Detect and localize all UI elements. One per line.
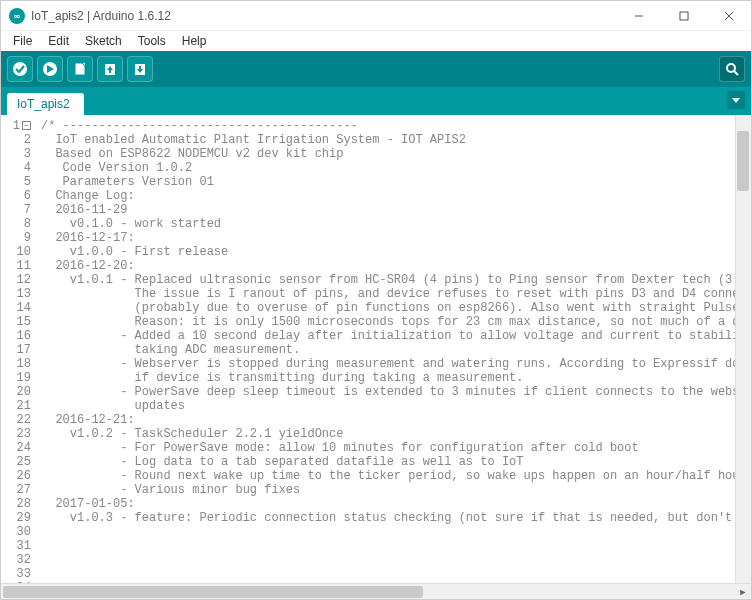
svg-rect-1 [680,12,688,20]
svg-point-12 [727,64,735,72]
line-number: 23 [1,427,31,441]
vertical-scrollbar[interactable] [735,115,751,583]
code-line[interactable]: v1.0.0 - First release [41,245,751,259]
new-button[interactable] [67,56,93,82]
line-number: 27 [1,483,31,497]
line-number: 28 [1,497,31,511]
code-line[interactable]: 2016-11-29 [41,203,751,217]
menu-tools[interactable]: Tools [130,32,174,50]
line-number: 18 [1,357,31,371]
line-number: 12 [1,273,31,287]
line-number: 20 [1,385,31,399]
line-number: 31 [1,539,31,553]
line-number: 10 [1,245,31,259]
line-number-gutter: 1−23456789101112131415161718192021222324… [1,115,37,583]
code-line[interactable]: Code Version 1.0.2 [41,161,751,175]
code-line[interactable]: - Added a 10 second delay after initiali… [41,329,751,343]
window-titlebar: ∞ IoT_apis2 | Arduino 1.6.12 [1,1,751,31]
maximize-button[interactable] [661,1,706,31]
window-title: IoT_apis2 | Arduino 1.6.12 [31,9,616,23]
menu-help[interactable]: Help [174,32,215,50]
tab-active[interactable]: IoT_apis2 [7,93,84,115]
code-line[interactable]: Change Log: [41,189,751,203]
line-number: 22 [1,413,31,427]
code-line[interactable]: 2017-01-05: [41,497,751,511]
close-button[interactable] [706,1,751,31]
toolbar [1,51,751,87]
code-area[interactable]: /* -------------------------------------… [37,115,751,583]
code-line[interactable]: 2016-12-21: [41,413,751,427]
line-number: 5 [1,175,31,189]
code-line[interactable]: v1.0.1 - Replaced ultrasonic sensor from… [41,273,751,287]
line-number: 14 [1,301,31,315]
svg-marker-14 [732,98,740,103]
line-number: 4 [1,161,31,175]
open-button[interactable] [97,56,123,82]
svg-line-13 [734,71,738,75]
code-editor[interactable]: 1−23456789101112131415161718192021222324… [1,115,751,583]
line-number: 19 [1,371,31,385]
menu-edit[interactable]: Edit [40,32,77,50]
menubar: File Edit Sketch Tools Help [1,31,751,51]
line-number: 6 [1,189,31,203]
line-number: 13 [1,287,31,301]
save-button[interactable] [127,56,153,82]
code-line[interactable]: v0.1.0 - work started [41,217,751,231]
code-line[interactable]: - PowerSave deep sleep timeout is extend… [41,385,751,399]
code-line[interactable]: 2016-12-20: [41,259,751,273]
code-line[interactable]: - Webserver is stopped during measuremen… [41,357,751,371]
code-line[interactable]: taking ADC measurement. [41,343,751,357]
line-number: 15 [1,315,31,329]
line-number: 3 [1,147,31,161]
code-line[interactable]: Reason: it is only 1500 microseconds top… [41,315,751,329]
horizontal-scrollbar[interactable]: ◄ ► [1,583,751,599]
code-line[interactable]: - Log data to a tab separated datafile a… [41,455,751,469]
line-number: 24 [1,441,31,455]
verify-button[interactable] [7,56,33,82]
line-number: 2 [1,133,31,147]
line-number: 16 [1,329,31,343]
svg-point-4 [13,62,27,76]
scroll-right-icon[interactable]: ► [735,584,751,600]
code-line[interactable]: Based on ESP8622 NODEMCU v2 dev kit chip [41,147,751,161]
line-number: 21 [1,399,31,413]
code-line[interactable]: - For PowerSave mode: allow 10 minutes f… [41,441,751,455]
menu-sketch[interactable]: Sketch [77,32,130,50]
code-line[interactable]: v1.0.3 - feature: Periodic connection st… [41,511,751,525]
line-number: 26 [1,469,31,483]
code-line[interactable]: updates [41,399,751,413]
line-number: 17 [1,343,31,357]
line-number: 1− [1,119,31,133]
code-line[interactable]: - Round next wake up time to the ticker … [41,469,751,483]
menu-file[interactable]: File [5,32,40,50]
minimize-button[interactable] [616,1,661,31]
line-number: 30 [1,525,31,539]
upload-button[interactable] [37,56,63,82]
code-line[interactable]: (probably due to overuse of pin function… [41,301,751,315]
vertical-scroll-thumb[interactable] [737,131,749,191]
code-line[interactable]: The issue is I ranout of pins, and devic… [41,287,751,301]
serial-monitor-button[interactable] [719,56,745,82]
code-line[interactable]: /* -------------------------------------… [41,119,751,133]
line-number: 29 [1,511,31,525]
line-number: 7 [1,203,31,217]
window-controls [616,1,751,31]
line-number: 32 [1,553,31,567]
line-number: 11 [1,259,31,273]
code-line[interactable]: IoT enabled Automatic Plant Irrigation S… [41,133,751,147]
app-icon: ∞ [9,8,25,24]
line-number: 25 [1,455,31,469]
line-number: 8 [1,217,31,231]
code-line[interactable]: - Various minor bug fixes [41,483,751,497]
line-number: 9 [1,231,31,245]
horizontal-scroll-thumb[interactable] [3,586,423,598]
code-line[interactable]: if device is transmitting during taking … [41,371,751,385]
line-number: 33 [1,567,31,581]
code-line[interactable]: Parameters Version 01 [41,175,751,189]
tabbar: IoT_apis2 [1,87,751,115]
code-line[interactable]: v1.0.2 - TaskScheduler 2.2.1 yieldOnce [41,427,751,441]
tab-menu-button[interactable] [727,91,745,109]
code-line[interactable]: 2016-12-17: [41,231,751,245]
